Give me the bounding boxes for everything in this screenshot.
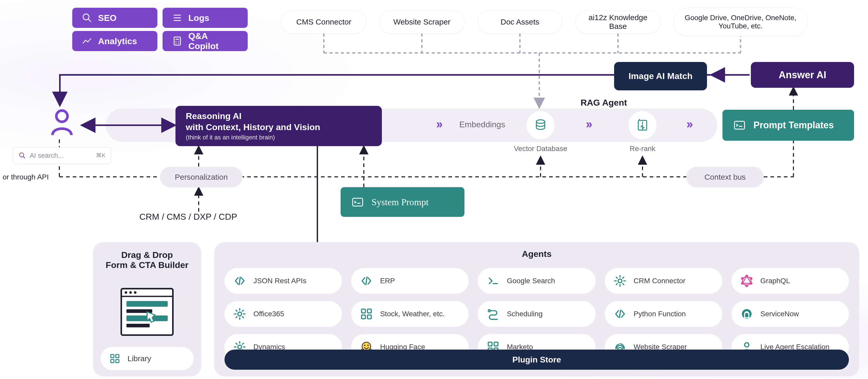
- rerank-label: Re-rank: [627, 145, 658, 153]
- reasoning-block: Reasoning AI with Context, History and V…: [176, 106, 382, 146]
- logs-button[interactable]: Logs: [162, 8, 248, 28]
- svg-rect-70: [367, 315, 371, 319]
- source-cms: CMS Connector: [281, 10, 366, 34]
- svg-rect-51: [116, 354, 119, 357]
- svg-point-64: [741, 283, 743, 284]
- vector-database-icon: [526, 111, 555, 139]
- list-icon: [172, 12, 183, 23]
- seo-label: SEO: [98, 13, 117, 23]
- svg-rect-67: [362, 309, 365, 313]
- answer-ai-block: Answer AI: [751, 62, 854, 88]
- system-prompt-block: System Prompt: [341, 187, 464, 217]
- chevrons-icon-3: ››: [686, 117, 691, 131]
- agent-card-label: Stock, Weather, etc.: [380, 310, 444, 318]
- svg-rect-68: [367, 309, 371, 313]
- search-placeholder: AI search...: [30, 151, 64, 159]
- terminal-icon: [487, 274, 500, 287]
- search-icon: [82, 12, 92, 23]
- code-icon: [614, 308, 626, 320]
- agent-card[interactable]: GraphQL: [732, 268, 849, 294]
- gear-icon: [614, 274, 626, 287]
- user-icon: [49, 109, 75, 138]
- svg-line-20: [88, 19, 91, 22]
- analytics-label: Analytics: [98, 36, 137, 46]
- svg-rect-78: [489, 342, 492, 346]
- qa-copilot-label: Q&A Copilot: [188, 31, 239, 51]
- source-cloud: Google Drive, OneDrive, OneNote, YouTube…: [674, 8, 808, 36]
- chart-line-icon: [82, 36, 92, 47]
- svg-point-60: [746, 275, 747, 277]
- svg-point-42: [125, 291, 127, 294]
- embeddings-label: Embeddings: [459, 120, 505, 129]
- svg-rect-50: [111, 354, 114, 357]
- agent-card[interactable]: JSON Rest APIs: [224, 268, 342, 294]
- form-builder-title: Drag & Drop Form & CTA Builder: [93, 250, 201, 270]
- seo-button[interactable]: SEO: [72, 8, 157, 28]
- svg-point-57: [618, 279, 622, 283]
- agent-card-label: Google Search: [507, 277, 555, 285]
- qa-copilot-button[interactable]: Q&A Copilot: [162, 31, 248, 51]
- svg-rect-48: [126, 324, 150, 327]
- source-scraper: Website Scraper: [379, 10, 464, 34]
- servicenow-icon: [740, 308, 753, 320]
- plugin-store-button[interactable]: Plugin Store: [224, 350, 849, 370]
- chevrons-icon-2: ››: [586, 117, 591, 131]
- form-builder-illustration: [119, 286, 176, 338]
- context-bus-pill: Context bus: [686, 167, 764, 187]
- agent-card[interactable]: CRM Connector: [605, 268, 722, 294]
- svg-point-36: [20, 153, 24, 157]
- form-builder-panel: Drag & Drop Form & CTA Builder Library: [93, 242, 201, 376]
- svg-point-43: [129, 291, 132, 294]
- graphql-icon: [740, 274, 753, 287]
- library-button[interactable]: Library: [101, 347, 193, 370]
- rag-agent-label: RAG Agent: [581, 97, 627, 108]
- svg-point-30: [536, 120, 545, 123]
- prompt-icon: [733, 118, 746, 132]
- library-label: Library: [127, 354, 151, 363]
- svg-point-66: [238, 312, 242, 316]
- svg-point-63: [746, 285, 747, 287]
- source-doc: Doc Assets: [477, 10, 562, 34]
- svg-point-76: [364, 345, 365, 346]
- agent-card[interactable]: Scheduling: [478, 301, 595, 327]
- svg-point-65: [741, 278, 743, 279]
- agent-card[interactable]: Python Function: [605, 301, 722, 327]
- agent-card[interactable]: Google Search: [478, 268, 595, 294]
- agents-title: Agents: [214, 249, 859, 259]
- svg-point-44: [134, 291, 136, 294]
- agents-panel: Agents JSON Rest APIsERPGoogle SearchCRM…: [214, 242, 859, 376]
- agent-card[interactable]: Stock, Weather, etc.: [351, 301, 469, 327]
- svg-point-77: [367, 345, 369, 346]
- agent-card[interactable]: Office365: [224, 301, 342, 327]
- svg-rect-69: [362, 315, 365, 319]
- analytics-button[interactable]: Analytics: [72, 31, 157, 51]
- svg-rect-45: [126, 301, 168, 307]
- agent-card-label: GraphQL: [761, 277, 790, 285]
- svg-rect-79: [494, 342, 498, 346]
- source-kb: ai12z Knowledge Base: [576, 10, 660, 34]
- route-icon: [487, 308, 500, 320]
- chevrons-icon: ››: [436, 117, 441, 131]
- svg-point-74: [238, 345, 242, 349]
- crm-cms-label: CRM / CMS / DXP / CDP: [140, 212, 237, 222]
- svg-rect-33: [735, 121, 745, 129]
- sparkle-search-icon: [18, 151, 26, 159]
- svg-rect-52: [111, 360, 114, 363]
- code-icon: [233, 274, 246, 287]
- svg-line-55: [366, 277, 367, 285]
- svg-point-35: [56, 111, 67, 122]
- gear-icon: [233, 308, 246, 320]
- agent-card-label: Python Function: [634, 310, 686, 318]
- vector-database-label: Vector Database: [514, 145, 568, 153]
- agent-card-label: JSON Rest APIs: [253, 277, 306, 285]
- svg-rect-24: [174, 37, 181, 45]
- agent-card[interactable]: ERP: [351, 268, 469, 294]
- logs-label: Logs: [188, 13, 209, 23]
- ai-search-input[interactable]: AI search... ⌘K: [13, 147, 111, 164]
- code-icon: [360, 274, 373, 287]
- calculator-icon: [172, 36, 183, 47]
- agent-card[interactable]: ServiceNow: [732, 301, 849, 327]
- svg-rect-38: [353, 198, 363, 206]
- svg-point-62: [750, 283, 752, 284]
- agent-card-label: Scheduling: [507, 310, 542, 318]
